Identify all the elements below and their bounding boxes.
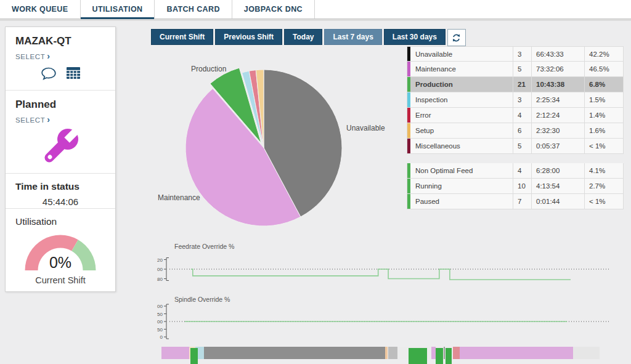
- status-duration: 4:13:54: [531, 179, 584, 193]
- tab-batch-card[interactable]: BATCH CARD: [155, 0, 232, 18]
- table-row[interactable]: Setup62:32:301.6%: [407, 123, 624, 139]
- refresh-icon: [452, 33, 461, 42]
- last-7-days-button[interactable]: Last 7 days: [324, 29, 381, 45]
- planned-section: Planned SELECT›: [6, 90, 115, 173]
- comment-icon[interactable]: [41, 67, 57, 81]
- header-shadow-band: [0, 19, 631, 21]
- status-timeline: [161, 347, 600, 359]
- timeline-segment: [204, 347, 385, 359]
- status-label: Setup: [410, 123, 513, 138]
- table-row[interactable]: Miscellaneous50:05:37< 1%: [407, 139, 624, 154]
- status-duration: 10:43:38: [531, 77, 584, 92]
- feedrate-override-chart: Feedrate Override % 12010080: [157, 241, 610, 289]
- svg-text:100: 100: [157, 267, 163, 272]
- status-count: 7: [513, 194, 531, 209]
- timeline-running-block: [446, 348, 452, 364]
- refresh-button[interactable]: [447, 29, 466, 46]
- status-duration: 6:28:00: [531, 163, 584, 178]
- status-count: 10: [513, 179, 531, 193]
- status-duration: 0:05:37: [531, 139, 584, 153]
- status-percent: 6.8%: [584, 77, 624, 92]
- machine-name: MAZAK-QT: [15, 35, 105, 47]
- time-in-status-value: 45:44:06: [15, 196, 105, 207]
- timeline-segment: [460, 347, 573, 359]
- table-row[interactable]: Running104:13:542.7%: [407, 179, 624, 194]
- spindle-override-chart: Spindle Override % 200150100500: [157, 294, 610, 344]
- planned-title: Planned: [15, 99, 105, 111]
- status-label: Maintenance: [410, 62, 513, 76]
- status-count: 21: [513, 77, 531, 92]
- status-percent: 1.6%: [584, 123, 624, 138]
- status-duration: 2:32:30: [531, 123, 584, 138]
- spindle-chart-svg: 200150100500: [157, 294, 610, 344]
- pie-svg: [154, 54, 401, 234]
- status-percent: 2.7%: [584, 179, 624, 193]
- status-label: Production: [410, 77, 513, 92]
- status-percent: 42.2%: [584, 47, 624, 61]
- machine-select-link[interactable]: SELECT›: [15, 51, 105, 61]
- tab-utilisation[interactable]: UTILISATION: [81, 0, 155, 18]
- table-row[interactable]: Error42:12:241.4%: [407, 108, 624, 123]
- status-count: 5: [513, 62, 531, 76]
- timeline-running-block: [409, 348, 427, 364]
- current-shift-button[interactable]: Current Shift: [151, 29, 213, 45]
- tab-work-queue[interactable]: WORK QUEUE: [0, 0, 81, 18]
- status-percent: 4.1%: [584, 163, 624, 178]
- timeline-segment: [453, 347, 460, 359]
- table-row[interactable]: Non Optimal Feed46:28:004.1%: [407, 163, 624, 179]
- utilisation-section: Utilisation 0% Current Shift: [6, 208, 115, 291]
- planned-select-link[interactable]: SELECT›: [15, 115, 105, 124]
- pie-label-maintenance: Maintenance: [158, 193, 200, 202]
- status-percent: 1.4%: [584, 108, 624, 123]
- feedrate-chart-svg: 12010080: [157, 241, 610, 289]
- utilisation-dashboard: WORK QUEUE UTILISATION BATCH CARD JOBPAC…: [0, 0, 631, 364]
- status-duration: 0:01:44: [531, 194, 584, 209]
- timeline-segment: [161, 347, 189, 359]
- timeline-running-block: [436, 348, 443, 364]
- top-tab-bar: WORK QUEUE UTILISATION BATCH CARD JOBPAC…: [0, 0, 631, 19]
- chevron-right-icon: ›: [47, 51, 50, 61]
- svg-text:200: 200: [157, 304, 163, 309]
- status-label: Unavailable: [410, 47, 513, 61]
- last-30-days-button[interactable]: Last 30 days: [384, 29, 446, 45]
- status-percent: 1.5%: [584, 92, 624, 107]
- chevron-right-icon: ›: [47, 115, 50, 124]
- status-duration: 2:12:24: [531, 108, 584, 123]
- status-label: Miscellaneous: [410, 139, 513, 153]
- time-in-status-section: Time in status 45:44:06: [6, 173, 115, 208]
- pie-label-unavailable: Unavailable: [346, 124, 385, 132]
- svg-text:100: 100: [157, 319, 163, 325]
- status-count: 6: [513, 123, 531, 138]
- utilisation-title: Utilisation: [15, 216, 105, 227]
- svg-text:150: 150: [157, 312, 163, 317]
- table-row[interactable]: Paused70:01:44< 1%: [407, 194, 624, 209]
- table-row[interactable]: Maintenance573:32:0646.5%: [407, 62, 624, 77]
- status-label: Error: [410, 108, 513, 123]
- timeline-segment: [388, 347, 397, 359]
- previous-shift-button[interactable]: Previous Shift: [215, 29, 282, 45]
- table-row[interactable]: Inspection32:25:341.5%: [407, 92, 624, 108]
- svg-text:0: 0: [160, 334, 163, 340]
- status-duration: 73:32:06: [531, 62, 584, 76]
- svg-text:80: 80: [157, 277, 163, 282]
- tab-jobpack-dnc[interactable]: JOBPACK DNC: [232, 0, 315, 18]
- table-spacer: [407, 154, 624, 163]
- table-row[interactable]: Production2110:43:386.8%: [407, 77, 624, 92]
- timeline-segment: [431, 347, 436, 359]
- table-grid-icon[interactable]: [66, 67, 81, 79]
- wrench-icon: [31, 124, 90, 175]
- machine-card: MAZAK-QT SELECT›: [5, 26, 116, 292]
- status-table: Unavailable366:43:3342.2%Maintenance573:…: [407, 46, 624, 209]
- status-count: 5: [513, 139, 531, 153]
- shift-toolbar: Current Shift Previous Shift Today Last …: [151, 29, 466, 46]
- status-duration: 2:25:34: [531, 92, 584, 107]
- status-count: 3: [513, 47, 531, 61]
- utilisation-gauge: 0%: [19, 230, 102, 274]
- status-percent: 46.5%: [584, 62, 624, 76]
- svg-text:120: 120: [157, 257, 163, 263]
- svg-text:50: 50: [157, 327, 163, 333]
- gauge-caption: Current Shift: [15, 275, 105, 285]
- status-percent: < 1%: [584, 139, 624, 153]
- table-row[interactable]: Unavailable366:43:3342.2%: [407, 46, 624, 62]
- today-button[interactable]: Today: [284, 29, 322, 45]
